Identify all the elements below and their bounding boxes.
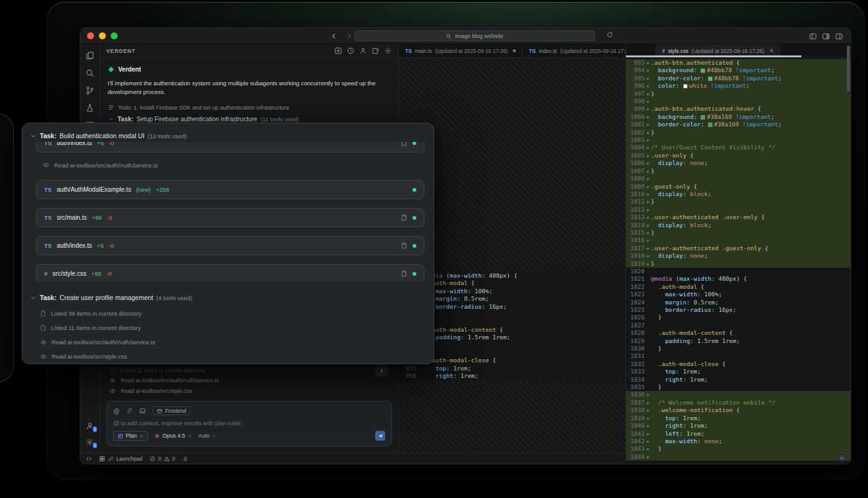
layout-sidebar-right-icon[interactable]	[835, 32, 843, 40]
layout-sidebar-left-icon[interactable]	[809, 32, 817, 40]
open-file-icon[interactable]	[401, 214, 408, 221]
scroll-to-bottom-button[interactable]	[375, 364, 388, 377]
remote-indicator-icon[interactable]	[86, 456, 92, 462]
bell-icon[interactable]	[182, 456, 189, 462]
file-change-card[interactable]: #src/style.css+98-0	[36, 264, 424, 281]
search-sidebar-icon[interactable]	[85, 68, 95, 78]
code-line: 1009+.guest-only {	[626, 183, 851, 190]
settings-gear-icon[interactable]: 1	[85, 438, 95, 447]
open-file-icon[interactable]	[401, 242, 408, 249]
tab-updated-meta: (Updated at 2025-09-16 17:26)	[435, 48, 508, 54]
profile-icon[interactable]	[359, 47, 367, 55]
panel-corner-icon[interactable]	[838, 453, 846, 461]
tool-row[interactable]: Read ai-toolbox/src/auth/AuthService.ts	[42, 159, 424, 171]
link-icon	[108, 456, 114, 462]
history-icon[interactable]	[347, 47, 355, 55]
success-dot	[413, 244, 416, 248]
chat-input-box[interactable]: @ Frontend @ to add context, improve res…	[106, 401, 392, 446]
code-line: 1022 .auth-modal {	[626, 283, 851, 291]
editor-scrollbar-thumb[interactable]	[847, 45, 850, 92]
task-title: Build authentication modal UI	[60, 132, 145, 139]
test-flask-icon[interactable]	[85, 103, 95, 113]
forward-icon[interactable]	[345, 32, 353, 40]
tool-row[interactable]: Read ai-toolbox/src/auth/AuthService.ts	[40, 335, 424, 349]
file-change-card[interactable]: TSsrc/main.ts+99-0	[36, 208, 424, 227]
chevron-down-icon[interactable]	[30, 294, 37, 301]
todo-row[interactable]: Todo: 1. Install Firebase SDK and set up…	[108, 104, 391, 111]
css-file-badge: #	[662, 48, 665, 54]
auto-label: Auto	[198, 433, 210, 439]
code-line: 1029 padding: 1.5rem 1rem;	[626, 337, 851, 345]
desktop: Image blog website	[0, 0, 868, 498]
image-icon[interactable]	[139, 407, 146, 415]
file-name: auth/AuthModalExample.ts	[57, 186, 131, 193]
tool-row[interactable]: Listed 11 items in current directory	[40, 321, 424, 335]
launchpad-label: Launchpad	[116, 456, 142, 462]
tab-main-ts[interactable]: TS main.ts (Updated at 2025-09-16 17:26)	[399, 44, 523, 57]
code-line: 1021@media (max-width: 480px) {	[626, 275, 851, 283]
close-window-button[interactable]	[87, 32, 94, 39]
chevron-down-icon[interactable]	[108, 116, 114, 123]
tool-row[interactable]: Listed 11 items in current directory	[109, 365, 390, 376]
model-selector[interactable]: Opus 4.5	[154, 433, 192, 439]
plan-mode-selector[interactable]: Plan	[113, 431, 148, 441]
context-chip-frontend[interactable]: Frontend	[152, 406, 190, 415]
tool-row-text: Listed 11 items in current directory	[51, 324, 141, 331]
code-line: 1002+}	[626, 129, 851, 136]
source-control-icon[interactable]	[85, 86, 95, 95]
code-line: 1042+ max-width: none;	[626, 438, 851, 445]
code-line: 1024 margin: 0.5rem;	[626, 299, 851, 306]
zoom-window-button[interactable]	[111, 32, 118, 39]
input-placeholder[interactable]: @ to add context, improve results with p…	[113, 420, 385, 426]
layout-panel-icon[interactable]	[822, 32, 830, 40]
css-editor-content[interactable]: 993+.auth-btn.authenticated {994+ backgr…	[626, 58, 851, 464]
chat-settings-gear-icon[interactable]	[384, 47, 392, 55]
tool-row[interactable]: Listed 39 items in current directory	[40, 306, 424, 321]
file-change-card[interactable]: TSauth/index.ts+6-0	[36, 142, 424, 153]
tool-row[interactable]: Read ai-toolbox/src/style.css	[109, 386, 390, 397]
plan-grid-icon	[118, 433, 123, 439]
mention-icon[interactable]: @	[113, 408, 119, 415]
account-badge: 1	[91, 425, 98, 433]
file-doc-icon	[109, 367, 116, 374]
search-input[interactable]: Image blog website	[354, 31, 595, 41]
reload-icon[interactable]	[606, 31, 614, 39]
compose-icon[interactable]	[371, 47, 380, 55]
minimize-window-button[interactable]	[99, 32, 106, 39]
code-line: 1044+	[626, 453, 851, 461]
account-icon[interactable]: 1	[85, 421, 95, 431]
tab-file-name: index.ts	[539, 48, 557, 54]
task-header-build-modal[interactable]: Task: Build authentication modal UI (12 …	[30, 129, 426, 142]
open-file-icon[interactable]	[401, 142, 408, 146]
file-change-card[interactable]: TSauth/AuthModalExample.ts(new)+258	[36, 180, 424, 199]
problems-item[interactable]: 0 0	[149, 456, 175, 462]
tool-row[interactable]: Read ai-toolbox/src/style.css	[40, 349, 424, 364]
code-line: 1010+ display: block;	[626, 190, 851, 198]
code-line: 1000+ background: #38a169 !important;	[626, 113, 851, 121]
code-line: 1013+.user-authenticated .user-only {	[626, 214, 851, 221]
code-line: 1032 .auth-modal-close {	[626, 360, 851, 368]
send-button[interactable]	[375, 431, 385, 441]
task-header-profile-mgmt[interactable]: Task: Create user profile management (4 …	[30, 291, 426, 304]
explorer-icon[interactable]	[85, 51, 95, 60]
tool-row[interactable]: Read ai-toolbox/src/auth/AuthService.ts	[109, 375, 390, 386]
task-row[interactable]: Task: Setup Firebase authentication infr…	[108, 116, 391, 123]
new-chat-icon[interactable]	[334, 47, 342, 55]
code-line: 1012+	[626, 206, 851, 214]
color-swatch	[708, 123, 712, 127]
ts-file-badge: TS	[529, 48, 536, 54]
auto-mode-selector[interactable]: Auto	[198, 433, 217, 439]
tabbar-scrollbar-thumb[interactable]	[626, 55, 801, 57]
launchpad-item[interactable]: Launchpad	[99, 456, 142, 462]
editor-tabbar-left: TS main.ts (Updated at 2025-09-16 17:26)…	[399, 44, 625, 58]
agent-name: Verdent	[118, 66, 141, 73]
open-file-icon[interactable]	[401, 270, 408, 277]
file-change-card[interactable]: TSauth/index.ts+6-0	[36, 236, 424, 255]
chevron-down-icon[interactable]	[30, 133, 37, 139]
back-icon[interactable]	[330, 32, 338, 40]
task-title: Create user profile management	[60, 294, 154, 301]
grid-icon	[99, 456, 105, 462]
close-tab-icon[interactable]: ×	[770, 47, 773, 54]
attach-paperclip-icon[interactable]	[126, 408, 133, 415]
window-controls	[87, 32, 118, 39]
